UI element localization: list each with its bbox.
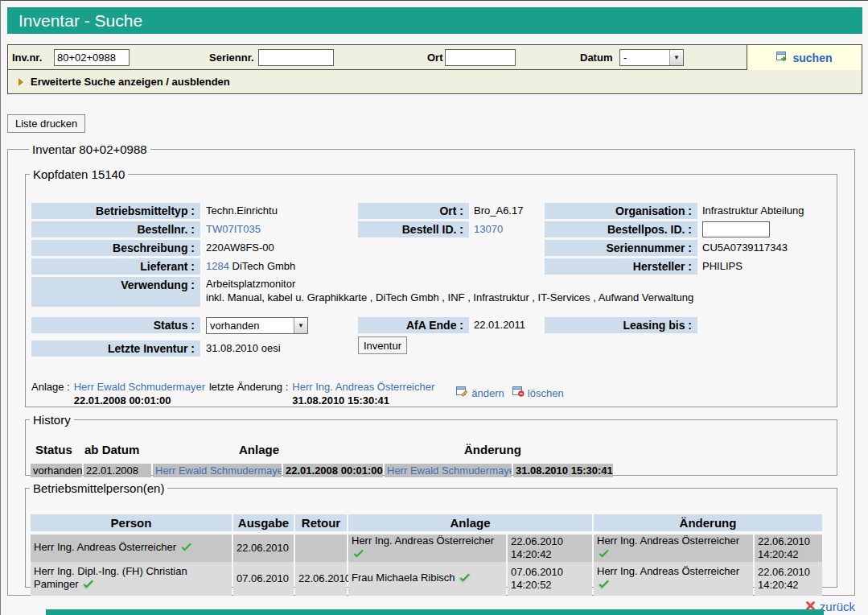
betriebsmitteltyp-label: Betriebsmitteltyp : bbox=[31, 203, 200, 219]
datum-select-value: - bbox=[620, 52, 669, 64]
anlage-person-link[interactable]: Herr Ewald Schmudermayer bbox=[74, 380, 205, 394]
advanced-search-toggle[interactable]: Erweiterte Suche anzeigen / ausblenden bbox=[8, 70, 862, 93]
organisation-value: Infrastruktur Abteilung bbox=[702, 203, 804, 219]
verwendung-label: Verwendung : bbox=[31, 277, 200, 307]
seriennr-input[interactable] bbox=[258, 49, 334, 66]
bestellid-label: Bestell ID. : bbox=[358, 221, 469, 237]
kopfdaten-fieldset: Kopfdaten 15140 Betriebsmitteltyp : Tech… bbox=[25, 167, 837, 407]
persons-header-ausgabe: Ausgabe bbox=[233, 514, 294, 531]
aenderung-person-name: Herr Ing. Andreas Österreicher bbox=[597, 565, 739, 577]
afa-ende-value: 22.01.2011 bbox=[474, 317, 525, 333]
search-panel: Inv.nr. Seriennr. Ort Datum - ▼ suchen E… bbox=[7, 44, 862, 94]
search-submit-icon bbox=[776, 52, 788, 64]
zurueck-link[interactable]: zurück bbox=[820, 600, 855, 613]
status-select-value: vorhanden bbox=[207, 320, 294, 332]
status-select[interactable]: vorhanden ▼ bbox=[206, 317, 308, 334]
inventar-fieldset: Inventar 80+02+0988 Kopfdaten 15140 Betr… bbox=[7, 142, 855, 596]
persons-fieldset: Betriebsmittelperson(en) Person Ausgabe … bbox=[25, 481, 837, 588]
aenderung-datum: 22.06.2010 bbox=[758, 535, 810, 548]
suchen-cell: suchen bbox=[747, 45, 862, 70]
inventar-legend: Inventar 80+02+0988 bbox=[29, 142, 150, 156]
lieferant-label: Lieferant : bbox=[31, 258, 200, 274]
history-row: vorhanden 22.01.2008 Herr Ewald Schmuder… bbox=[31, 464, 613, 477]
persons-row: Herr Ing. Dipl.-Ing. (FH) Christian Pami… bbox=[31, 562, 822, 596]
history-ab-datum: 22.01.2008 bbox=[84, 464, 151, 477]
aenderung-date-cell: 22.06.201014:20:42 bbox=[755, 562, 822, 596]
beschreibung-value: 220AW8FS-00 bbox=[206, 240, 274, 256]
kopfdaten-legend: Kopfdaten 15140 bbox=[30, 167, 128, 181]
ort-label: Ort bbox=[427, 45, 443, 70]
liste-drucken-button[interactable]: Liste drucken bbox=[7, 114, 85, 133]
footer-bar bbox=[46, 609, 824, 615]
anlage-person-name: Frau Michaela Ribisch bbox=[352, 572, 455, 584]
persons-header-retour: Retour bbox=[295, 514, 347, 531]
retour-cell bbox=[295, 535, 347, 562]
anlage-zeit: 14:20:52 bbox=[511, 579, 552, 592]
bestellnr-label: Bestellnr. : bbox=[31, 221, 200, 237]
seriennr-label: Seriennr. bbox=[209, 45, 254, 70]
anlage-date-cell: 07.06.201014:20:52 bbox=[508, 562, 592, 596]
ort-input[interactable] bbox=[445, 49, 516, 66]
history-status: vorhanden bbox=[31, 464, 82, 477]
history-header-anlage: Anlage bbox=[239, 443, 279, 456]
persons-header-person: Person bbox=[31, 514, 232, 531]
status-label: Status : bbox=[31, 317, 200, 333]
chevron-down-icon: ▼ bbox=[294, 318, 307, 333]
history-header-aenderung: Änderung bbox=[464, 443, 521, 456]
ausgabe-cell: 22.06.2010 bbox=[233, 535, 294, 562]
invnr-input[interactable] bbox=[54, 49, 130, 66]
leasing-bis-label: Leasing bis : bbox=[545, 317, 697, 333]
seriennummer-value: CU5A0739117343 bbox=[702, 240, 788, 256]
person-name: Herr Ing. Dipl.-Ing. (FH) Christian Pami… bbox=[34, 565, 187, 590]
history-aenderung-person-link[interactable]: Herr Ewald Schmudermayer bbox=[387, 464, 512, 477]
advanced-search-label: Erweiterte Suche anzeigen / ausblenden bbox=[31, 76, 230, 88]
verwendung-line1: Arbeitsplatzmonitor bbox=[206, 277, 295, 291]
green-check-icon bbox=[81, 579, 95, 592]
triangle-right-icon bbox=[19, 78, 23, 86]
history-anlage-person-link[interactable]: Herr Ewald Schmudermayer bbox=[155, 464, 282, 477]
green-check-icon bbox=[352, 548, 365, 562]
retour-cell: 22.06.2010 bbox=[295, 562, 347, 596]
ort-field-label: Ort : bbox=[358, 203, 469, 219]
persons-legend: Betriebsmittelperson(en) bbox=[30, 481, 167, 495]
green-check-icon bbox=[458, 572, 471, 586]
history-anlage-person-cell: Herr Ewald Schmudermayer bbox=[153, 464, 282, 477]
chevron-down-icon: ▼ bbox=[669, 50, 683, 65]
anlage-date-cell: 22.06.201014:20:42 bbox=[508, 535, 592, 562]
aenderung-zeit: 14:20:42 bbox=[758, 579, 799, 592]
aenderung-person-name: Herr Ing. Andreas Österreicher bbox=[597, 535, 739, 547]
window-delete-icon bbox=[512, 386, 525, 400]
history-aenderung-zeit: 31.08.2010 15:30:41 bbox=[513, 464, 613, 477]
letzte-inventur-value: 31.08.2010 oesi bbox=[206, 341, 281, 357]
persons-header-aenderung: Änderung bbox=[594, 514, 822, 531]
organisation-label: Organisation : bbox=[545, 203, 697, 219]
page-title: Inventar - Suche bbox=[7, 7, 862, 34]
history-header-status: Status bbox=[35, 443, 72, 456]
bestellnr-link[interactable]: TW07IT035 bbox=[206, 221, 261, 237]
letzte-inventur-label: Letzte Inventur : bbox=[31, 341, 200, 357]
suchen-button[interactable]: suchen bbox=[792, 52, 832, 64]
bestellposid-label: Bestellpos. ID. : bbox=[545, 221, 697, 237]
lieferant-code-link[interactable]: 1284 bbox=[206, 260, 229, 272]
afa-ende-label: AfA Ende : bbox=[358, 317, 469, 333]
datum-select[interactable]: - ▼ bbox=[619, 49, 684, 66]
aendern-link[interactable]: ändern bbox=[471, 386, 504, 400]
anlage-datum: 22.06.2010 bbox=[511, 535, 563, 548]
letzte-aenderung-person-link[interactable]: Herr Ing. Andreas Österreicher bbox=[292, 380, 434, 394]
aenderung-datum: 22.06.2010 bbox=[758, 566, 810, 579]
inventur-button[interactable]: Inventur bbox=[358, 336, 407, 354]
letzte-aenderung-label: letzte Änderung : bbox=[209, 380, 288, 394]
green-check-icon bbox=[597, 548, 611, 562]
search-fields-row: Inv.nr. Seriennr. Ort Datum - ▼ suchen bbox=[8, 45, 862, 70]
loeschen-link[interactable]: löschen bbox=[528, 386, 564, 400]
ort-field-value: Bro_A6.17 bbox=[474, 203, 523, 219]
anlage-timestamp: 22.01.2008 00:01:00 bbox=[74, 394, 205, 407]
persons-row: Herr Ing. Andreas Österreicher 22.06.201… bbox=[31, 535, 822, 560]
bestellposid-input[interactable] bbox=[702, 221, 770, 237]
green-check-icon bbox=[597, 579, 611, 592]
bestellid-link[interactable]: 13070 bbox=[474, 221, 503, 237]
lieferant-name: DiTech Gmbh bbox=[232, 260, 296, 272]
seriennummer-label: Seriennummer : bbox=[545, 240, 697, 256]
aenderung-date-cell: 22.06.201014:20:42 bbox=[755, 535, 822, 562]
person-cell: Herr Ing. Dipl.-Ing. (FH) Christian Pami… bbox=[31, 562, 232, 596]
